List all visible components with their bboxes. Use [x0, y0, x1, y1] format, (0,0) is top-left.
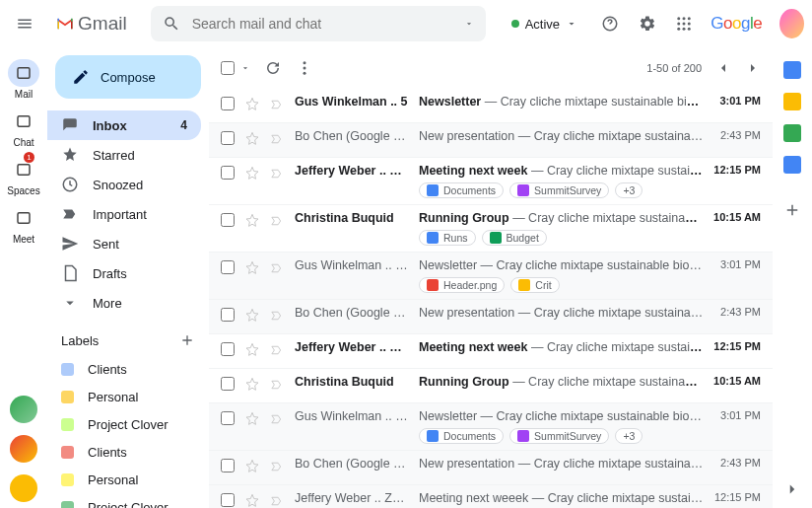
important-icon[interactable]: [270, 410, 285, 431]
nav-item-snoozed[interactable]: Snoozed: [47, 170, 201, 199]
rail-item-spaces[interactable]: Spaces1: [7, 152, 39, 200]
label-item[interactable]: Project Clover: [47, 410, 209, 438]
important-icon[interactable]: [270, 212, 285, 233]
rail-avatar[interactable]: [10, 396, 37, 423]
rail-item-chat[interactable]: Chat: [7, 104, 39, 152]
important-icon[interactable]: [270, 259, 285, 280]
star-icon[interactable]: [244, 165, 260, 185]
side-panel-app-2[interactable]: [783, 124, 801, 142]
apps-button[interactable]: [670, 6, 700, 41]
attachment-chip[interactable]: Crit: [510, 277, 559, 293]
row-checkbox[interactable]: [221, 213, 235, 227]
search-input[interactable]: [192, 16, 452, 32]
label-item[interactable]: Personal: [47, 466, 209, 493]
important-icon[interactable]: [270, 130, 285, 151]
attachment-chip[interactable]: SummitSurvey: [509, 182, 609, 198]
row-checkbox[interactable]: [221, 411, 235, 425]
more-icon[interactable]: [296, 59, 313, 77]
side-panel-app-1[interactable]: [783, 93, 801, 110]
search-options-icon[interactable]: [464, 15, 474, 33]
rail-avatar[interactable]: [10, 474, 37, 502]
rail-item-meet[interactable]: Meet: [7, 200, 39, 249]
add-label-icon[interactable]: [179, 331, 195, 349]
important-icon[interactable]: [270, 96, 285, 116]
side-panel-app-3[interactable]: [783, 156, 801, 174]
side-panel-app-0[interactable]: [783, 61, 801, 79]
rail-item-mail[interactable]: Mail: [7, 55, 39, 104]
label-item[interactable]: Personal: [47, 383, 209, 410]
nav-item-more[interactable]: More: [47, 288, 201, 318]
important-icon[interactable]: [270, 307, 285, 327]
star-icon[interactable]: [244, 212, 260, 233]
row-checkbox[interactable]: [221, 342, 235, 356]
next-page-icon[interactable]: [745, 59, 761, 77]
row-checkbox[interactable]: [221, 97, 235, 110]
row-checkbox[interactable]: [221, 166, 235, 180]
star-icon[interactable]: [244, 130, 260, 151]
attachment-chip[interactable]: Budget: [482, 230, 547, 246]
star-icon[interactable]: [244, 492, 260, 508]
row-checkbox[interactable]: [221, 459, 235, 472]
select-dropdown-icon[interactable]: [240, 59, 250, 77]
important-icon[interactable]: [270, 165, 285, 185]
attachment-chip[interactable]: SummitSurvey: [509, 428, 609, 444]
rail-avatar[interactable]: [10, 435, 37, 463]
email-row[interactable]: Bo Chen (Google Slides) New presentation…: [209, 451, 773, 485]
star-icon[interactable]: [244, 96, 260, 116]
label-item[interactable]: Clients: [47, 355, 209, 383]
star-icon[interactable]: [244, 259, 260, 280]
nav-item-drafts[interactable]: Drafts: [47, 258, 201, 288]
star-icon[interactable]: [244, 307, 260, 327]
email-row[interactable]: Jeffery Weber .. Zoe .. 2 Meeting next w…: [209, 158, 773, 205]
row-checkbox[interactable]: [221, 260, 235, 274]
chip-more[interactable]: +3: [615, 182, 643, 198]
email-row[interactable]: Gus Winkelman .. Sam .. 5 Newsletter — C…: [209, 403, 773, 451]
refresh-icon[interactable]: [264, 59, 282, 77]
sender: Christina Buquid: [295, 211, 409, 225]
important-icon[interactable]: [270, 492, 285, 508]
label-item[interactable]: Clients: [47, 438, 209, 466]
email-row[interactable]: Jeffery Weber .. Zoe .. 2 Meeting next w…: [209, 334, 773, 369]
email-row[interactable]: Christina Buquid Running Group — Cray cl…: [209, 369, 773, 403]
nav-item-starred[interactable]: Starred: [47, 140, 201, 170]
star-icon[interactable]: [244, 376, 260, 397]
email-row[interactable]: Jeffery Weber .. Zoe .. 2 Meeting next w…: [209, 485, 773, 508]
nav-item-sent[interactable]: Sent: [47, 229, 201, 258]
google-logo[interactable]: Google: [710, 14, 762, 34]
star-icon[interactable]: [244, 458, 260, 478]
main-menu-button[interactable]: [8, 4, 40, 43]
label-item[interactable]: Project Clover: [47, 493, 209, 508]
help-button[interactable]: [595, 6, 625, 41]
nav-item-inbox[interactable]: Inbox4: [47, 110, 201, 140]
attachment-chip[interactable]: Header.png: [419, 277, 505, 293]
settings-button[interactable]: [633, 6, 662, 41]
nav-item-important[interactable]: Important: [47, 199, 201, 229]
star-icon[interactable]: [244, 410, 260, 431]
addons-icon[interactable]: [783, 201, 801, 219]
status-selector[interactable]: Active: [502, 11, 587, 36]
select-all-checkbox[interactable]: [221, 61, 235, 75]
search-box[interactable]: [151, 6, 486, 41]
chip-more[interactable]: +3: [615, 428, 643, 444]
email-row[interactable]: Bo Chen (Google Slides) New presentation…: [209, 300, 773, 334]
attachment-chip[interactable]: Documents: [419, 428, 504, 444]
row-checkbox[interactable]: [221, 131, 235, 145]
account-avatar[interactable]: [779, 9, 804, 38]
attachment-chip[interactable]: Documents: [419, 182, 504, 198]
prev-page-icon[interactable]: [715, 59, 731, 77]
important-icon[interactable]: [270, 458, 285, 478]
email-row[interactable]: Gus Winkelman .. 5 Newsletter — Cray cli…: [209, 89, 773, 123]
collapse-panel-icon[interactable]: [783, 480, 801, 498]
email-row[interactable]: Christina Buquid Running Group — Cray cl…: [209, 205, 773, 253]
gmail-logo[interactable]: Gmail: [48, 13, 135, 35]
email-row[interactable]: Bo Chen (Google Slides) New presentation…: [209, 123, 773, 158]
compose-button[interactable]: Compose: [55, 55, 201, 99]
row-checkbox[interactable]: [221, 377, 235, 391]
important-icon[interactable]: [270, 376, 285, 397]
star-icon[interactable]: [244, 341, 260, 362]
row-checkbox[interactable]: [221, 308, 235, 322]
important-icon[interactable]: [270, 341, 285, 362]
row-checkbox[interactable]: [221, 493, 235, 507]
attachment-chip[interactable]: Runs: [419, 230, 476, 246]
email-row[interactable]: Gus Winkelman .. Sam .. 5 Newsletter — C…: [209, 253, 773, 300]
